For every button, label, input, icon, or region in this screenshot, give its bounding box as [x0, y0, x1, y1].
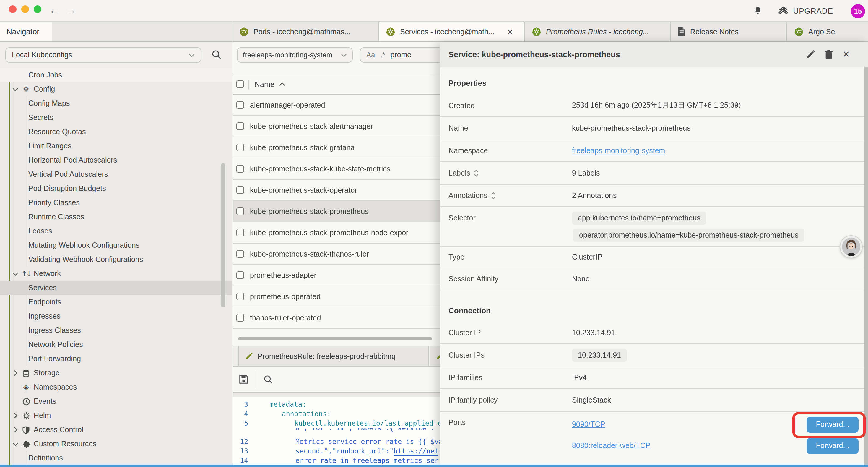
tab-release-notes[interactable]: Release Notes [671, 22, 787, 41]
sidebar-item-mutating-webhook-configurations[interactable]: Mutating Webhook Configurations [0, 238, 231, 253]
row-checkbox[interactable] [236, 293, 244, 300]
close-drawer-icon[interactable]: × [837, 48, 855, 61]
sidebar-group-access-control[interactable]: Access Control [0, 423, 231, 437]
save-icon[interactable] [239, 374, 249, 384]
sidebar-item-vertical-pod-autoscalers[interactable]: Vertical Pod Autoscalers [0, 167, 231, 181]
forward-arrow-icon[interactable]: → [66, 4, 76, 18]
kubeconfig-select[interactable]: Local Kubeconfigs [5, 47, 202, 63]
code-link[interactable]: https://net [394, 447, 438, 456]
sort-ascending-icon[interactable] [279, 82, 286, 86]
sidebar-item-definitions[interactable]: Definitions [0, 451, 231, 465]
upgrade-label[interactable]: UPGRADE [793, 6, 833, 16]
table-row[interactable]: thanos-ruler-operated [233, 308, 440, 329]
drawer-scrollbar[interactable] [864, 67, 868, 465]
row-checkbox[interactable] [236, 271, 244, 279]
row-checkbox[interactable] [236, 122, 244, 130]
editor-tab-prometheusrule[interactable]: PrometheusRule: freeleaps-prod-rabbitmq [238, 346, 429, 366]
tab-navigator[interactable]: Navigator [0, 22, 52, 41]
namespace-select[interactable]: freeleaps-monitoring-system [237, 47, 353, 63]
property-label[interactable]: Labels [448, 169, 572, 177]
sidebar-group-storage[interactable]: Storage [0, 366, 231, 380]
back-arrow-icon[interactable]: ← [49, 4, 59, 18]
editor-tab-partial[interactable] [430, 346, 440, 366]
maximize-window-button[interactable] [34, 5, 41, 13]
row-checkbox[interactable] [236, 207, 244, 215]
row-checkbox[interactable] [236, 250, 244, 258]
table-row[interactable]: kube-prometheus-stack-thanos-ruler [233, 243, 440, 265]
close-window-button[interactable] [9, 5, 17, 13]
tab-pods[interactable]: Pods - icecheng@mathmas... [232, 22, 379, 41]
forward-button[interactable]: Forward... [807, 438, 859, 454]
sidebar-group-custom-resources[interactable]: Custom Resources [0, 437, 231, 451]
row-checkbox[interactable] [236, 144, 244, 151]
sidebar-item-secrets[interactable]: Secrets [0, 111, 231, 125]
sidebar-item-port-forwarding[interactable]: Port Forwarding [0, 352, 231, 366]
sidebar-group-network[interactable]: ↑↓ Network [0, 267, 231, 281]
sidebar-item-network-policies[interactable]: Network Policies [0, 338, 231, 352]
row-checkbox[interactable] [236, 229, 244, 236]
table-row[interactable]: kube-prometheus-stack-grafana [233, 137, 440, 158]
property-label[interactable]: Annotations [448, 192, 572, 200]
row-checkbox[interactable] [236, 186, 244, 194]
sidebar-item-runtime-classes[interactable]: Runtime Classes [0, 210, 231, 224]
namespace-link[interactable]: freeleaps-monitoring-system [572, 147, 665, 155]
horizontal-scrollbar-thumb[interactable] [238, 337, 432, 341]
property-row-ports: Ports 9090/TCP Forward... 8080:reloader-… [440, 412, 868, 465]
tab-prometheus-rules[interactable]: Prometheus Rules - icecheng... [525, 22, 671, 41]
port-link[interactable]: 8080:reloader-web/TCP [572, 442, 650, 450]
table-row[interactable]: kube-prometheus-stack-alertmanager [233, 116, 440, 137]
sidebar-item-endpoints[interactable]: Endpoints [0, 295, 231, 309]
code-text: kubectl.kubernetes.io/last-applied-con [248, 418, 440, 428]
sidebar-item-ingresses[interactable]: Ingresses [0, 309, 231, 323]
sidebar-search-icon[interactable] [212, 50, 222, 60]
sidebar-item-priority-classes[interactable]: Priority Classes [0, 196, 231, 210]
match-case-icon[interactable]: Aa [366, 51, 375, 59]
sidebar-item-horizontal-pod-autoscalers[interactable]: Horizontal Pod Autoscalers [0, 153, 231, 167]
sidebar-item-events[interactable]: Events [0, 394, 231, 408]
notifications-bell-icon[interactable] [753, 6, 762, 16]
sidebar-item-config-maps[interactable]: Config Maps [0, 96, 231, 111]
sidebar-group-config[interactable]: ⚙ Config [0, 82, 231, 96]
sidebar-item-ingress-classes[interactable]: Ingress Classes [0, 323, 231, 338]
table-row[interactable]: kube-prometheus-stack-operator [233, 180, 440, 201]
regex-icon[interactable]: .* [380, 51, 385, 59]
sidebar-item-namespaces[interactable]: ◈ Namespaces [0, 380, 231, 394]
minimize-window-button[interactable] [21, 5, 29, 13]
table-row[interactable]: kube-prometheus-stack-kube-state-metrics [233, 158, 440, 180]
sidebar-scrollbar-thumb[interactable] [221, 163, 225, 308]
assistant-avatar[interactable] [840, 236, 862, 258]
sidebar-item-limit-ranges[interactable]: Limit Ranges [0, 139, 231, 153]
database-icon [21, 369, 31, 377]
row-checkbox[interactable] [236, 314, 244, 322]
table-row-selected[interactable]: kube-prometheus-stack-prometheus [233, 201, 440, 222]
name-column-header[interactable]: Name [255, 80, 275, 88]
editor-search-icon[interactable] [264, 375, 273, 384]
table-row[interactable]: prometheus-operated [233, 286, 440, 308]
sidebar-item-resource-quotas[interactable]: Resource Quotas [0, 125, 231, 139]
sidebar-item-pod-disruption-budgets[interactable]: Pod Disruption Budgets [0, 181, 231, 196]
close-tab-icon[interactable]: × [507, 29, 513, 35]
row-checkbox[interactable] [236, 165, 244, 173]
sidebar-item-services[interactable]: Services [0, 281, 231, 295]
select-all-checkbox[interactable] [236, 80, 244, 88]
table-row[interactable]: prometheus-adapter [233, 265, 440, 286]
sidebar-item-validating-webhook-configurations[interactable]: Validating Webhook Configurations [0, 253, 231, 267]
trash-icon[interactable] [819, 50, 837, 59]
sidebar-item-leases[interactable]: Leases [0, 224, 231, 238]
tab-services[interactable]: Services - icecheng@math... × [379, 22, 525, 41]
filter-input[interactable]: Aa .* prome [360, 47, 440, 63]
yaml-editor[interactable]: 3metadata: 4annotations: 5kubectl.kubern… [233, 397, 440, 465]
expand-collapse-icon[interactable] [491, 192, 496, 199]
expand-collapse-icon[interactable] [474, 170, 478, 177]
line-number: 12 [233, 437, 248, 446]
upgrade-chevrons-icon[interactable] [778, 6, 789, 16]
table-row[interactable]: kube-prometheus-stack-prometheus-node-ex… [233, 222, 440, 243]
sidebar-item-cron-jobs[interactable]: Cron Jobs [0, 68, 231, 82]
port-link[interactable]: 9090/TCP [572, 420, 606, 429]
row-checkbox[interactable] [236, 101, 244, 109]
tab-argo[interactable]: Argo Se [787, 22, 868, 41]
table-row[interactable]: alertmanager-operated [233, 95, 440, 116]
notification-count-badge[interactable]: 15 [851, 4, 865, 18]
sidebar-group-helm[interactable]: Helm [0, 408, 231, 423]
edit-pencil-icon[interactable] [802, 50, 819, 59]
